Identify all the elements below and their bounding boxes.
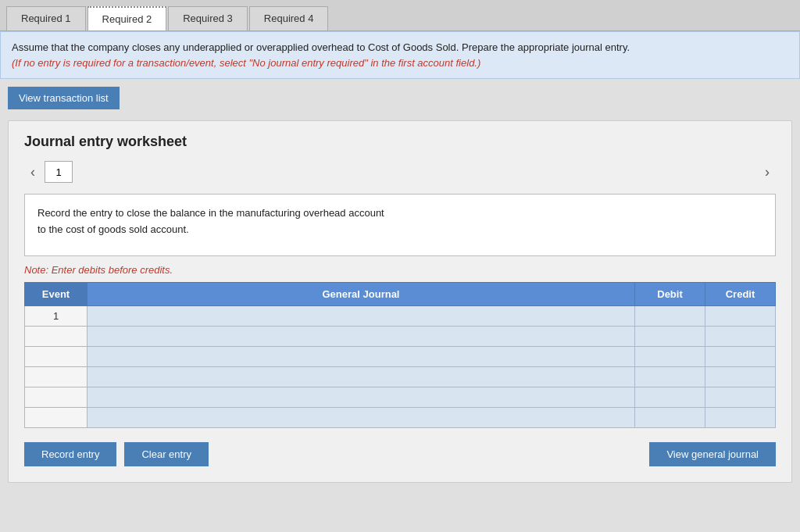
table-row	[25, 327, 776, 347]
event-cell-3	[25, 347, 88, 367]
buttons-row: Record entry Clear entry View general jo…	[24, 442, 776, 466]
tabs-bar: Required 1 Required 2 Required 3 Require…	[0, 0, 800, 31]
journal-input-1[interactable]	[88, 306, 634, 326]
debit-cell-1[interactable]	[635, 306, 705, 327]
worksheet-title: Journal entry worksheet	[24, 134, 776, 150]
journal-cell-2[interactable]	[88, 327, 635, 347]
credit-cell-6[interactable]	[705, 408, 776, 428]
journal-cell-3[interactable]	[88, 347, 635, 367]
description-box: Record the entry to close the balance in…	[24, 194, 776, 256]
clear-entry-button[interactable]: Clear entry	[124, 442, 209, 466]
nav-next-arrow[interactable]: ›	[759, 162, 776, 182]
journal-input-4[interactable]	[88, 367, 634, 387]
credit-cell-4[interactable]	[705, 367, 776, 387]
col-header-debit: Debit	[635, 283, 705, 306]
debit-cell-4[interactable]	[635, 367, 705, 387]
col-header-event: Event	[25, 283, 88, 306]
view-general-journal-button[interactable]: View general journal	[649, 442, 776, 466]
journal-cell-1[interactable]	[88, 306, 635, 327]
credit-input-1[interactable]	[705, 307, 775, 326]
tab-required2[interactable]: Required 2	[88, 6, 167, 30]
credit-input-2[interactable]	[705, 327, 775, 346]
col-header-credit: Credit	[705, 283, 776, 306]
debit-input-2[interactable]	[635, 327, 705, 346]
tab-required1[interactable]: Required 1	[6, 6, 86, 30]
debit-cell-6[interactable]	[635, 408, 705, 428]
table-row	[25, 387, 776, 408]
nav-page-number: 1	[55, 166, 61, 178]
worksheet-container: Journal entry worksheet ‹ 1 › Record the…	[8, 120, 792, 483]
debit-input-5[interactable]	[635, 388, 705, 407]
info-box: Assume that the company closes any under…	[0, 31, 800, 79]
debit-cell-2[interactable]	[635, 327, 705, 347]
debit-cell-5[interactable]	[635, 387, 705, 408]
debit-input-1[interactable]	[635, 307, 705, 326]
tab-required3[interactable]: Required 3	[168, 6, 248, 30]
debit-input-6[interactable]	[635, 409, 705, 427]
record-entry-button[interactable]: Record entry	[24, 442, 116, 466]
event-cell-6	[25, 408, 88, 428]
credit-cell-1[interactable]	[705, 306, 776, 327]
credit-cell-3[interactable]	[705, 347, 776, 367]
tab-required4[interactable]: Required 4	[249, 6, 329, 30]
credit-input-6[interactable]	[705, 409, 775, 427]
table-row	[25, 347, 776, 367]
event-cell-1: 1	[25, 306, 88, 327]
nav-row: ‹ 1 ›	[24, 161, 776, 183]
journal-input-3[interactable]	[88, 347, 634, 366]
table-row	[25, 408, 776, 428]
debit-cell-3[interactable]	[635, 347, 705, 367]
view-transaction-button[interactable]: View transaction list	[8, 87, 120, 109]
debit-input-4[interactable]	[635, 368, 705, 387]
info-note-text: (If no entry is required for a transacti…	[12, 57, 480, 69]
debits-note: Note: Enter debits before credits.	[24, 264, 776, 276]
credit-cell-5[interactable]	[705, 387, 776, 408]
info-main-text: Assume that the company closes any under…	[12, 41, 630, 53]
journal-table: Event General Journal Debit Credit 1	[24, 282, 776, 428]
credit-cell-2[interactable]	[705, 327, 776, 347]
table-row	[25, 367, 776, 387]
credit-input-5[interactable]	[705, 388, 775, 407]
credit-input-4[interactable]	[705, 368, 775, 387]
debit-input-3[interactable]	[635, 348, 705, 366]
journal-cell-4[interactable]	[88, 367, 635, 387]
event-cell-2	[25, 327, 88, 347]
journal-cell-6[interactable]	[88, 408, 635, 428]
journal-input-6[interactable]	[88, 408, 634, 427]
credit-input-3[interactable]	[705, 348, 775, 366]
table-row: 1	[25, 306, 776, 327]
col-header-journal: General Journal	[88, 283, 635, 306]
journal-input-2[interactable]	[88, 327, 634, 346]
nav-prev-arrow[interactable]: ‹	[24, 162, 41, 182]
page-wrapper: Required 1 Required 2 Required 3 Require…	[0, 0, 800, 532]
event-cell-4	[25, 367, 88, 387]
journal-input-5[interactable]	[88, 387, 634, 407]
nav-page-box: 1	[45, 161, 73, 183]
event-cell-5	[25, 387, 88, 408]
description-text: Record the entry to close the balance in…	[38, 207, 384, 235]
journal-cell-5[interactable]	[88, 387, 635, 408]
